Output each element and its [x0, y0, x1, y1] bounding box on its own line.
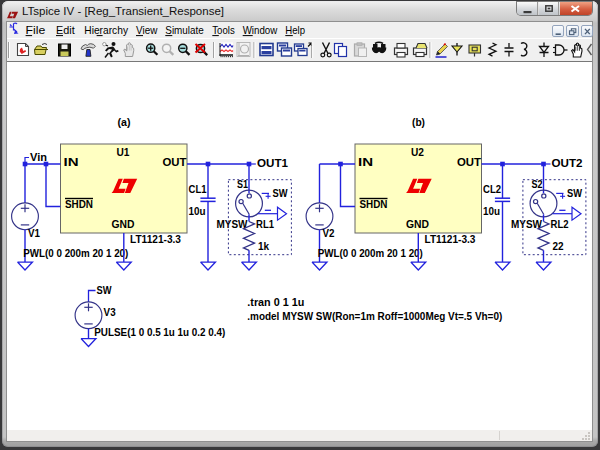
svg-text:OUT: OUT [163, 157, 187, 168]
svg-text:LT1121-3.3: LT1121-3.3 [425, 234, 476, 245]
svg-text:Vin: Vin [30, 152, 47, 163]
svg-text:SW: SW [567, 188, 583, 199]
svg-text:CL2: CL2 [483, 184, 501, 195]
svg-text:PWL(0 0 200m 20 1 20): PWL(0 0 200m 20 1 20) [318, 248, 423, 259]
svg-text:SW: SW [97, 285, 113, 296]
svg-text:U2: U2 [411, 147, 424, 158]
svg-text:SHDN: SHDN [65, 199, 93, 210]
svg-text:OUT2: OUT2 [552, 158, 584, 169]
svg-text:V1: V1 [28, 228, 40, 239]
svg-text:.model MYSW SW(Ron=1m Roff=100: .model MYSW SW(Ron=1m Roff=1000Meg Vt=.5… [247, 311, 502, 322]
svg-text:GND: GND [112, 219, 135, 230]
svg-text:OUT: OUT [457, 157, 481, 168]
svg-text:10u: 10u [189, 206, 206, 217]
svg-text:.tran 0 1 1u: .tran 0 1 1u [247, 297, 304, 308]
svg-text:PWL(0 0 200m 20 1 20): PWL(0 0 200m 20 1 20) [23, 248, 128, 259]
svg-text:22: 22 [553, 241, 565, 252]
svg-text:CL1: CL1 [189, 184, 207, 195]
svg-text:SHDN: SHDN [360, 199, 388, 210]
svg-text:V3: V3 [104, 307, 116, 318]
svg-text:LT1121-3.3: LT1121-3.3 [130, 234, 181, 245]
svg-text:SW: SW [273, 188, 289, 199]
svg-text:PULSE(1 0 0.5 1u 1u 0.2 0.4): PULSE(1 0 0.5 1u 1u 0.2 0.4) [94, 327, 225, 338]
svg-text:RL2: RL2 [551, 219, 569, 230]
svg-text:(a): (a) [118, 117, 131, 128]
svg-text:IN: IN [358, 157, 373, 168]
svg-text:V2: V2 [323, 228, 335, 239]
svg-text:10u: 10u [483, 206, 500, 217]
svg-text:OUT1: OUT1 [257, 158, 289, 169]
svg-text:RL1: RL1 [256, 219, 274, 230]
svg-text:U1: U1 [117, 147, 130, 158]
svg-text:S1: S1 [237, 179, 248, 190]
svg-text:1k: 1k [258, 241, 270, 252]
svg-text:GND: GND [406, 219, 429, 230]
svg-text:IN: IN [64, 157, 79, 168]
svg-text:S2: S2 [532, 179, 543, 190]
svg-text:(b): (b) [412, 117, 425, 128]
